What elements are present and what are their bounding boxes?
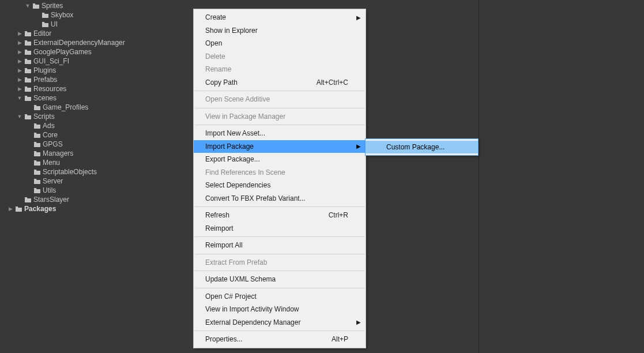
tree-item[interactable]: ▶Resources <box>0 84 127 93</box>
tree-item[interactable]: ▶Menu <box>0 158 127 167</box>
folder-icon <box>23 112 32 121</box>
context-menu-shortcut: Alt+P <box>332 335 348 343</box>
folder-icon <box>23 75 32 84</box>
context-menu-item[interactable]: Properties...Alt+P <box>194 333 366 346</box>
context-menu-item-label: Extract From Prefab <box>205 258 348 266</box>
tree-item-label: StarsSlayer <box>33 195 69 204</box>
tree-item[interactable]: ▶GUI_Sci_FI <box>0 57 127 66</box>
context-menu-item-label: External Dependency Manager <box>205 318 348 326</box>
context-menu-item-label: Update UXML Schema <box>205 275 348 283</box>
tree-item[interactable]: ▶Managers <box>0 149 127 158</box>
tree-item-label: Ads <box>43 121 55 130</box>
tree-item[interactable]: ▶GooglePlayGames <box>0 47 127 57</box>
tree-item[interactable]: ▶UI <box>0 20 127 29</box>
context-menu-item[interactable]: Create▶ <box>194 11 366 24</box>
tree-item[interactable]: ▶ScriptableObjects <box>0 167 127 176</box>
tree-item[interactable]: ▶Ads <box>0 121 127 130</box>
context-menu-item[interactable]: External Dependency Manager▶ <box>194 316 366 329</box>
folder-icon <box>32 149 42 158</box>
folder-icon <box>23 29 32 38</box>
context-menu-item-label: Find References In Scene <box>205 168 348 176</box>
context-menu-item-label: Create <box>205 13 348 21</box>
expand-arrow-right-icon[interactable]: ▶ <box>16 84 23 93</box>
submenu-item-label: Custom Package... <box>386 143 445 151</box>
context-menu-item[interactable]: Export Package... <box>194 153 366 166</box>
expand-arrow-right-icon[interactable]: ▶ <box>16 38 23 47</box>
folder-icon <box>23 93 32 103</box>
expand-arrow-right-icon[interactable]: ▶ <box>16 57 23 66</box>
context-menu-item-label: Delete <box>205 52 348 61</box>
tree-item[interactable]: ▶Editor <box>0 29 127 38</box>
tree-item[interactable]: ▶Prefabs <box>0 75 127 84</box>
tree-item-label: Core <box>43 130 58 140</box>
context-menu-item-label: Open Scene Additive <box>205 95 348 103</box>
tree-item[interactable]: ▼Scripts <box>0 112 127 121</box>
tree-item[interactable]: ▶StarsSlayer <box>0 195 127 204</box>
project-tree-panel[interactable]: ▼Sprites▶Skybox▶UI▶Editor▶ExternalDepend… <box>0 0 127 353</box>
tree-item[interactable]: ▼Scenes <box>0 93 127 103</box>
submenu-arrow-icon: ▶ <box>356 14 361 21</box>
tree-item-label: ScriptableObjects <box>43 167 97 176</box>
tree-item[interactable]: ▶Core <box>0 130 127 140</box>
context-menu-item[interactable]: View in Import Activity Window <box>194 303 366 316</box>
context-menu-item[interactable]: Open <box>194 37 366 50</box>
submenu-arrow-icon: ▶ <box>356 319 361 325</box>
expand-arrow-right-icon[interactable]: ▶ <box>7 204 14 213</box>
context-menu-item-label: Export Package... <box>205 155 348 163</box>
context-menu-item[interactable]: Import New Asset... <box>194 127 366 140</box>
tree-item[interactable]: ▼Sprites <box>0 1 127 10</box>
tree-item[interactable]: ▶Plugins <box>0 66 127 75</box>
context-menu-item[interactable]: Reimport <box>194 222 366 235</box>
context-menu-item[interactable]: Reimport All <box>194 239 366 252</box>
panel-splitter[interactable] <box>479 0 479 353</box>
tree-item[interactable]: ▶Utils <box>0 186 127 195</box>
tree-item[interactable]: ▶GPGS <box>0 140 127 149</box>
tree-item-label: Plugins <box>33 66 56 75</box>
context-menu-item[interactable]: Convert To FBX Prefab Variant... <box>194 192 366 205</box>
context-menu-item[interactable]: Update UXML Schema <box>194 273 366 286</box>
context-menu-separator <box>194 331 365 331</box>
tree-item-label: Prefabs <box>33 75 57 84</box>
context-menu-item: Find References In Scene <box>194 166 366 179</box>
expand-arrow-right-icon[interactable]: ▶ <box>16 66 23 75</box>
tree-item[interactable]: ▶ExternalDependencyManager <box>0 38 127 47</box>
context-menu-item[interactable]: Show in Explorer <box>194 24 366 37</box>
tree-item[interactable]: ▶Skybox <box>0 10 127 20</box>
context-menu[interactable]: Create▶Show in ExplorerOpenDeleteRenameC… <box>193 9 366 348</box>
context-menu-item[interactable]: Select Dependencies <box>194 179 366 192</box>
context-menu-shortcut: Alt+Ctrl+C <box>317 78 348 87</box>
expand-arrow-down-icon[interactable]: ▼ <box>16 93 23 103</box>
folder-icon <box>32 158 42 167</box>
context-menu-item[interactable]: RefreshCtrl+R <box>194 209 366 222</box>
context-menu-item-label: Reimport All <box>205 241 348 249</box>
expand-arrow-right-icon[interactable]: ▶ <box>16 47 23 57</box>
import-package-submenu[interactable]: Custom Package... <box>365 138 479 156</box>
expand-arrow-down-icon[interactable]: ▼ <box>16 112 23 121</box>
context-menu-item[interactable]: Copy PathAlt+Ctrl+C <box>194 76 366 89</box>
folder-icon <box>32 140 42 149</box>
tree-item[interactable]: ▶Server <box>0 176 127 186</box>
expand-arrow-right-icon[interactable]: ▶ <box>16 75 23 84</box>
submenu-item[interactable]: Custom Package... <box>366 141 478 153</box>
context-menu-separator <box>194 125 365 125</box>
folder-icon <box>32 130 42 140</box>
expand-arrow-right-icon[interactable]: ▶ <box>16 29 23 38</box>
context-menu-item[interactable]: Open C# Project <box>194 290 366 303</box>
context-menu-item: Rename <box>194 63 366 76</box>
folder-icon <box>23 66 32 75</box>
folder-icon <box>32 167 42 176</box>
context-menu-item-label: Refresh <box>205 211 329 219</box>
context-menu-item: Delete <box>194 50 366 63</box>
folder-icon <box>31 1 40 10</box>
context-menu-separator <box>194 236 365 237</box>
context-menu-item-label: View in Import Activity Window <box>205 305 348 313</box>
expand-arrow-down-icon[interactable]: ▼ <box>24 1 31 10</box>
tree-item[interactable]: ▶Packages <box>0 204 127 213</box>
tree-item-label: Packages <box>24 204 56 213</box>
context-menu-separator <box>194 271 365 271</box>
tree-item[interactable]: ▶Game_Profiles <box>0 103 127 112</box>
tree-item-label: Sprites <box>42 1 63 10</box>
context-menu-item[interactable]: Import Package▶ <box>194 140 366 153</box>
tree-item-label: Resources <box>33 84 66 93</box>
context-menu-item-label: Convert To FBX Prefab Variant... <box>205 194 348 202</box>
